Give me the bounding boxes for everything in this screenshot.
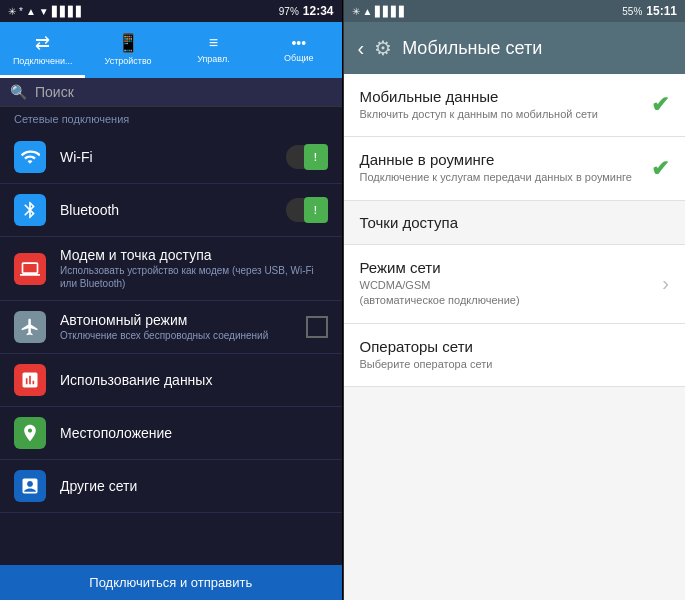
tab-bar: ⇄ Подключени... 📱 Устройство ≡ Управл. •…	[0, 22, 342, 78]
right-item-mobile-data[interactable]: Мобильные данные Включить доступ к данны…	[344, 74, 686, 137]
bottom-bar[interactable]: Подключиться и отправить	[0, 565, 342, 600]
left-panel: ✳ * ▲ ▼ ▋▋▋▋ 97% 12:34 ⇄ Подключени... 📱…	[0, 0, 342, 600]
menu-item-location[interactable]: Местоположение	[0, 407, 342, 460]
bluetooth-toggle-knob	[304, 197, 328, 223]
tab-general[interactable]: ••• Общие	[256, 22, 341, 78]
signal-icon: ▲	[26, 6, 36, 17]
hotspot-title: Точки доступа	[360, 214, 459, 231]
search-placeholder: Поиск	[35, 84, 74, 100]
search-bar[interactable]: 🔍 Поиск	[0, 78, 342, 107]
data-title: Использование данных	[60, 372, 328, 388]
location-content: Местоположение	[60, 425, 328, 441]
signal-bars-icon: ▋▋▋▋	[52, 6, 84, 17]
mobile-data-sub: Включить доступ к данным по мобильной се…	[360, 107, 652, 122]
wifi-status-right-icon: ▲	[363, 6, 373, 17]
gear-icon: ⚙	[374, 36, 392, 60]
bt-status-icon: ✳	[8, 6, 16, 17]
right-content: Мобильные данные Включить доступ к данны…	[344, 74, 686, 600]
tab-general-icon: •••	[291, 35, 306, 51]
operators-sub: Выберите оператора сети	[360, 357, 670, 372]
network-mode-chevron: ›	[662, 272, 669, 295]
roaming-sub: Подключение к услугам передачи данных в …	[360, 170, 652, 185]
time-left: 12:34	[303, 4, 334, 18]
menu-item-wifi[interactable]: Wi-Fi	[0, 131, 342, 184]
status-bar-left: ✳ * ▲ ▼ ▋▋▋▋ 97% 12:34	[0, 0, 342, 22]
status-bar-right: ✳ ▲ ▋▋▋▋ 55% 15:11	[344, 0, 686, 22]
search-icon: 🔍	[10, 84, 27, 100]
bt-status-right-icon: ✳	[352, 6, 360, 17]
right-header: ‹ ⚙ Мобильные сети	[344, 22, 686, 74]
bluetooth-content: Bluetooth	[60, 202, 272, 218]
operators-title: Операторы сети	[360, 338, 670, 355]
signal-right-icon: ▋▋▋▋	[375, 6, 407, 17]
mobile-data-text: Мобильные данные Включить доступ к данны…	[360, 88, 652, 122]
right-item-roaming[interactable]: Данные в роуминге Подключение к услугам …	[344, 137, 686, 200]
airplane-checkbox[interactable]	[306, 316, 328, 338]
tab-general-label: Общие	[284, 53, 314, 63]
status-icons-right: ✳ ▲ ▋▋▋▋	[352, 6, 408, 17]
tab-connect[interactable]: ⇄ Подключени...	[0, 22, 85, 78]
menu-item-airplane[interactable]: Автономный режим Отключение всех беспров…	[0, 301, 342, 354]
right-item-operators[interactable]: Операторы сети Выберите оператора сети	[344, 324, 686, 387]
battery-left: 97%	[279, 6, 299, 17]
airplane-icon	[14, 311, 46, 343]
airplane-title: Автономный режим	[60, 312, 292, 328]
roaming-text: Данные в роуминге Подключение к услугам …	[360, 151, 652, 185]
location-title: Местоположение	[60, 425, 328, 441]
time-right: 15:11	[646, 4, 677, 18]
tab-manage[interactable]: ≡ Управл.	[171, 22, 256, 78]
section-header-network: Сетевые подключения	[0, 107, 342, 131]
wifi-status-icon: ▼	[39, 6, 49, 17]
mobile-data-checkmark: ✔	[651, 92, 669, 118]
tab-device-icon: 📱	[117, 32, 139, 54]
roaming-checkmark: ✔	[651, 156, 669, 182]
network-mode-sub: WCDMA/GSM(автоматическое подключение)	[360, 278, 663, 309]
other-networks-content: Другие сети	[60, 478, 328, 494]
bottom-bar-label: Подключиться и отправить	[89, 575, 252, 590]
right-panel: ✳ ▲ ▋▋▋▋ 55% 15:11 ‹ ⚙ Мобильные сети Мо…	[343, 0, 686, 600]
menu-item-modem[interactable]: Модем и точка доступа Использовать устро…	[0, 237, 342, 301]
right-item-hotspot[interactable]: Точки доступа	[344, 201, 686, 245]
back-button[interactable]: ‹	[358, 37, 365, 60]
tab-device[interactable]: 📱 Устройство	[85, 22, 170, 78]
airplane-subtitle: Отключение всех беспроводных соединений	[60, 329, 292, 342]
modem-title: Модем и точка доступа	[60, 247, 328, 263]
network-mode-text: Режим сети WCDMA/GSM(автоматическое подк…	[360, 259, 663, 309]
mobile-data-title: Мобильные данные	[360, 88, 652, 105]
modem-subtitle: Использовать устройство как модем (через…	[60, 264, 328, 290]
menu-item-bluetooth[interactable]: Bluetooth	[0, 184, 342, 237]
tab-connect-label: Подключени...	[13, 56, 73, 66]
status-icons-left: ✳ * ▲ ▼ ▋▋▋▋	[8, 6, 84, 17]
page-title: Мобильные сети	[402, 38, 542, 59]
operators-text: Операторы сети Выберите оператора сети	[360, 338, 670, 372]
wifi-content: Wi-Fi	[60, 149, 272, 165]
right-item-network-mode[interactable]: Режим сети WCDMA/GSM(автоматическое подк…	[344, 245, 686, 324]
menu-item-other-networks[interactable]: Другие сети	[0, 460, 342, 513]
battery-right: 55%	[622, 6, 642, 17]
notification-icon: *	[19, 6, 23, 17]
menu-item-data[interactable]: Использование данных	[0, 354, 342, 407]
location-icon	[14, 417, 46, 449]
bluetooth-toggle[interactable]	[286, 198, 328, 222]
tab-manage-label: Управл.	[197, 54, 230, 64]
wifi-icon	[14, 141, 46, 173]
data-usage-icon	[14, 364, 46, 396]
bluetooth-title: Bluetooth	[60, 202, 272, 218]
other-networks-title: Другие сети	[60, 478, 328, 494]
data-content: Использование данных	[60, 372, 328, 388]
roaming-title: Данные в роуминге	[360, 151, 652, 168]
wifi-toggle[interactable]	[286, 145, 328, 169]
other-networks-icon	[14, 470, 46, 502]
modem-icon	[14, 253, 46, 285]
tab-manage-icon: ≡	[209, 34, 218, 52]
tab-device-label: Устройство	[105, 56, 152, 66]
tab-connect-icon: ⇄	[35, 32, 50, 54]
airplane-content: Автономный режим Отключение всех беспров…	[60, 312, 292, 342]
bluetooth-icon	[14, 194, 46, 226]
wifi-toggle-knob	[304, 144, 328, 170]
modem-content: Модем и точка доступа Использовать устро…	[60, 247, 328, 290]
network-mode-title: Режим сети	[360, 259, 663, 276]
wifi-title: Wi-Fi	[60, 149, 272, 165]
